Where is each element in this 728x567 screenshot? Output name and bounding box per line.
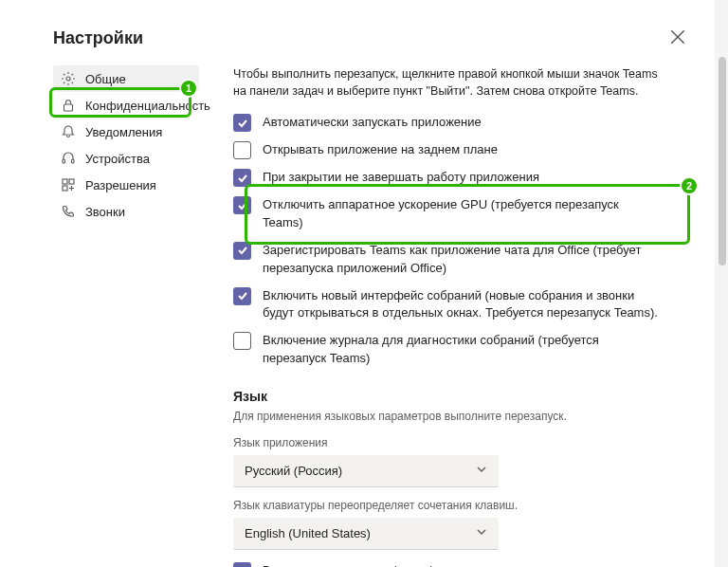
check-auto-start[interactable]: Автоматически запускать приложение	[233, 113, 660, 132]
lock-icon	[61, 98, 76, 113]
gear-icon	[61, 71, 76, 86]
sidebar: Общие Конфиденциальность Уведомления Уст…	[53, 65, 199, 567]
check-label: Отключить аппаратное ускорение GPU (треб…	[263, 195, 660, 232]
check-label: Включить новый интерфейс собраний (новые…	[263, 286, 660, 323]
check-label: Открывать приложение на заднем плане	[263, 140, 498, 159]
sidebar-item-calls[interactable]: Звонки	[53, 198, 199, 225]
check-label: Включение журнала для диагностики собран…	[263, 331, 660, 368]
headset-icon	[61, 151, 76, 166]
checkbox-icon	[233, 332, 251, 350]
scrollbar[interactable]	[715, 0, 728, 567]
bell-icon	[61, 124, 76, 139]
select-value: English (United States)	[245, 526, 371, 540]
chevron-down-icon	[476, 526, 487, 540]
checkbox-icon	[233, 196, 251, 214]
svg-point-2	[66, 77, 70, 81]
close-button[interactable]	[669, 28, 686, 46]
scrollbar-thumb[interactable]	[719, 57, 726, 265]
check-disable-gpu[interactable]: Отключить аппаратное ускорение GPU (треб…	[233, 195, 660, 232]
page-title: Настройки	[53, 28, 690, 48]
checkbox-icon	[233, 114, 251, 132]
sidebar-item-devices[interactable]: Устройства	[53, 145, 199, 172]
checkbox-icon	[233, 242, 251, 260]
sidebar-item-label: Конфиденциальность	[85, 99, 210, 113]
restart-hint: Чтобы выполнить перезапуск, щелкните пра…	[233, 65, 660, 100]
close-icon	[669, 34, 686, 48]
check-label: При закрытии не завершать работу приложе…	[263, 168, 539, 187]
check-keep-running[interactable]: При закрытии не завершать работу приложе…	[233, 168, 660, 187]
sidebar-item-notifications[interactable]: Уведомления	[53, 119, 199, 145]
select-value: Русский (Россия)	[245, 464, 342, 478]
svg-rect-6	[63, 179, 67, 184]
keyboard-language-label: Язык клавиатуры переопределяет сочетания…	[233, 499, 660, 512]
sidebar-item-label: Уведомления	[85, 125, 162, 139]
annotation-badge-2: 2	[680, 176, 699, 195]
sidebar-item-label: Разрешения	[85, 178, 156, 192]
sidebar-item-label: Устройства	[85, 152, 150, 166]
phone-icon	[61, 204, 76, 219]
annotation-badge-1: 1	[179, 79, 198, 98]
settings-window: Настройки Общие Конфиденциальность	[0, 0, 728, 567]
sidebar-item-general[interactable]: Общие	[53, 65, 199, 92]
check-label: Зарегистрировать Teams как приложение ча…	[263, 241, 660, 278]
sidebar-item-label: Общие	[85, 72, 126, 86]
checkbox-icon	[233, 169, 251, 187]
sidebar-item-permissions[interactable]: Разрешения	[53, 172, 199, 198]
language-section-title: Язык	[233, 389, 660, 404]
checkbox-icon	[233, 287, 251, 305]
svg-rect-3	[64, 104, 73, 111]
content-pane: Чтобы выполнить перезапуск, щелкните пра…	[233, 65, 669, 567]
sidebar-item-label: Звонки	[85, 205, 125, 219]
svg-rect-4	[63, 159, 65, 163]
language-section-sub: Для применения языковых параметров выпол…	[233, 410, 660, 423]
check-diagnostics-log[interactable]: Включение журнала для диагностики собран…	[233, 331, 660, 368]
app-language-label: Язык приложения	[233, 436, 660, 449]
app-language-select[interactable]: Русский (Россия)	[233, 455, 499, 487]
keyboard-language-select[interactable]: English (United States)	[233, 518, 499, 550]
chevron-down-icon	[476, 464, 487, 478]
check-label: Включить проверку орфографии	[263, 561, 449, 567]
svg-rect-8	[63, 186, 67, 191]
layout: Общие Конфиденциальность Уведомления Уст…	[53, 65, 690, 567]
sidebar-item-privacy[interactable]: Конфиденциальность	[53, 92, 199, 119]
svg-rect-5	[72, 159, 75, 163]
check-new-meeting-ui[interactable]: Включить новый интерфейс собраний (новые…	[233, 286, 660, 323]
check-spellcheck[interactable]: Включить проверку орфографии	[233, 561, 660, 567]
check-open-background[interactable]: Открывать приложение на заднем плане	[233, 140, 660, 159]
check-label: Автоматически запускать приложение	[263, 113, 482, 132]
checkbox-icon	[233, 141, 251, 159]
checkbox-icon	[233, 562, 251, 567]
svg-rect-7	[69, 179, 74, 184]
apps-icon	[61, 177, 76, 192]
check-register-office[interactable]: Зарегистрировать Teams как приложение ча…	[233, 241, 660, 278]
